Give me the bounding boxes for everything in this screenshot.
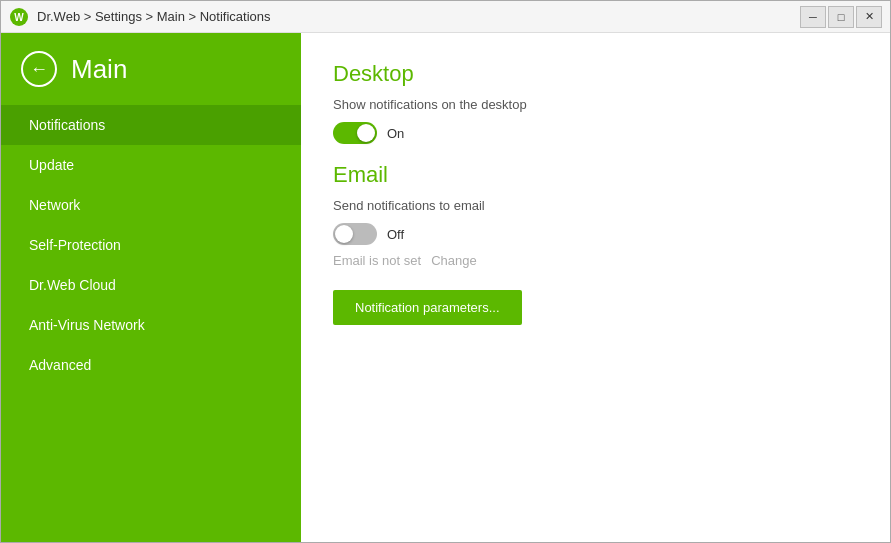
content-area: ← Main Notifications Update Network Self… <box>1 33 890 542</box>
close-button[interactable]: ✕ <box>856 6 882 28</box>
sidebar-header: ← Main <box>1 33 301 105</box>
window-title: Dr.Web > Settings > Main > Notifications <box>37 9 271 24</box>
back-arrow-icon: ← <box>30 59 48 80</box>
sidebar-title: Main <box>71 54 127 85</box>
toggle-thumb-desktop <box>357 124 375 142</box>
change-email-link[interactable]: Change <box>431 253 477 268</box>
desktop-toggle-label: On <box>387 126 404 141</box>
email-toggle-label: Off <box>387 227 404 242</box>
window-controls: ─ □ ✕ <box>800 6 882 28</box>
desktop-toggle-row: On <box>333 122 858 144</box>
sidebar-item-drweb-cloud[interactable]: Dr.Web Cloud <box>1 265 301 305</box>
svg-text:W: W <box>14 12 24 23</box>
app-logo-icon: W <box>9 7 29 27</box>
email-section-title: Email <box>333 162 858 188</box>
email-toggle-row: Off <box>333 223 858 245</box>
minimize-button[interactable]: ─ <box>800 6 826 28</box>
notification-parameters-button[interactable]: Notification parameters... <box>333 290 522 325</box>
sidebar-item-advanced[interactable]: Advanced <box>1 345 301 385</box>
back-button[interactable]: ← <box>21 51 57 87</box>
sidebar-item-update[interactable]: Update <box>1 145 301 185</box>
email-section: Email Send notifications to email Off Em… <box>333 162 858 268</box>
title-bar: W Dr.Web > Settings > Main > Notificatio… <box>1 1 890 33</box>
desktop-section-title: Desktop <box>333 61 858 87</box>
email-status-row: Email is not set Change <box>333 253 858 268</box>
email-not-set-label: Email is not set <box>333 253 421 268</box>
email-section-desc: Send notifications to email <box>333 198 858 213</box>
desktop-section-desc: Show notifications on the desktop <box>333 97 858 112</box>
sidebar: ← Main Notifications Update Network Self… <box>1 33 301 542</box>
maximize-button[interactable]: □ <box>828 6 854 28</box>
toggle-thumb-email <box>335 225 353 243</box>
sidebar-item-self-protection[interactable]: Self-Protection <box>1 225 301 265</box>
title-bar-left: W Dr.Web > Settings > Main > Notificatio… <box>9 7 271 27</box>
desktop-section: Desktop Show notifications on the deskto… <box>333 61 858 144</box>
desktop-notifications-toggle[interactable] <box>333 122 377 144</box>
email-notifications-toggle[interactable] <box>333 223 377 245</box>
app-window: W Dr.Web > Settings > Main > Notificatio… <box>0 0 891 543</box>
sidebar-item-notifications[interactable]: Notifications <box>1 105 301 145</box>
main-panel: Desktop Show notifications on the deskto… <box>301 33 890 542</box>
sidebar-item-anti-virus-network[interactable]: Anti-Virus Network <box>1 305 301 345</box>
sidebar-nav: Notifications Update Network Self-Protec… <box>1 105 301 542</box>
sidebar-item-network[interactable]: Network <box>1 185 301 225</box>
